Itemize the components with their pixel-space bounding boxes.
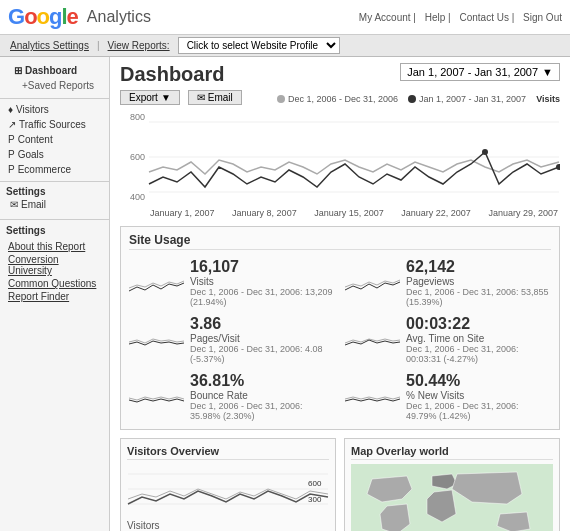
my-account-link[interactable]: My Account — [359, 12, 411, 23]
sidebar-dashboard-section: ⊞ Dashboard +Saved Reports — [0, 61, 109, 95]
analytics-logo-text: Analytics — [87, 8, 151, 26]
visitors-chart-svg: 600 300 — [127, 464, 329, 514]
metric-avg-time: 00:03:22 Avg. Time on Site Dec 1, 2006 -… — [345, 313, 551, 366]
ecommerce-icon: P — [8, 164, 15, 175]
sidebar-item-content[interactable]: P Content — [0, 132, 109, 147]
email-icon: ✉ — [10, 199, 18, 210]
nav-bar: Analytics Settings | View Reports: Click… — [0, 35, 570, 57]
metric-visits: 16,107 Visits Dec 1, 2006 - Dec 31, 2006… — [129, 256, 335, 309]
traffic-icon: ↗ — [8, 119, 16, 130]
sidebar-email[interactable]: ✉ Email — [6, 197, 103, 212]
sidebar-settings: Settings ✉ Email — [0, 181, 109, 216]
date-range-picker[interactable]: Jan 1, 2007 - Jan 31, 2007 ▼ — [400, 63, 560, 81]
site-usage-title: Site Usage — [129, 233, 551, 250]
signout-link[interactable]: Sign Out — [523, 12, 562, 23]
map-overlay-title: Map Overlay world — [351, 445, 553, 460]
world-map-svg — [351, 464, 553, 531]
page-title: Dashboard — [120, 63, 224, 86]
chart-legend: Dec 1, 2006 - Dec 31, 2006 Jan 1, 2007 -… — [277, 94, 560, 104]
google-logo: Google — [8, 4, 78, 30]
sidebar: ⊞ Dashboard +Saved Reports ♦ Visitors ↗ … — [0, 57, 110, 531]
metric-pages-visit: 3.86 Pages/Visit Dec 1, 2006 - Dec 31, 2… — [129, 313, 335, 366]
visitors-overview-title: Visitors Overview — [127, 445, 329, 460]
metric-pageviews: 62,142 Pageviews Dec 1, 2006 - Dec 31, 2… — [345, 256, 551, 309]
header-nav: My Account | Help | Contact Us | Sign Ou… — [353, 12, 562, 23]
visitors-icon: ♦ — [8, 104, 13, 115]
sidebar-item-visitors[interactable]: ♦ Visitors — [0, 102, 109, 117]
about-report-link[interactable]: About this Report — [0, 240, 109, 253]
metric-bounce-rate: 36.81% Bounce Rate Dec 1, 2006 - Dec 31,… — [129, 370, 335, 423]
header: Google Analytics My Account | Help | Con… — [0, 0, 570, 35]
action-row: Export ▼ ✉ Email — [120, 90, 242, 105]
dashboard-icon: ⊞ — [14, 65, 22, 76]
sidebar-item-traffic-sources[interactable]: ↗ Traffic Sources — [0, 117, 109, 132]
chart-area: 800 600 400 — [120, 112, 560, 208]
view-reports-link[interactable]: View Reports: — [104, 38, 174, 53]
sparkline-bounce — [129, 387, 184, 407]
sparkline-avg-time — [345, 330, 400, 350]
legend-prev: Dec 1, 2006 - Dec 31, 2006 — [277, 94, 398, 104]
site-usage-section: Site Usage 16,107 Visits Dec 1, 2006 - D… — [120, 226, 560, 430]
goals-icon: P — [8, 149, 15, 160]
metrics-grid: 16,107 Visits Dec 1, 2006 - Dec 31, 2006… — [129, 256, 551, 423]
visitors-overview-section: Visitors Overview 600 300 Visitors 10,18… — [120, 438, 336, 531]
logo: Google Analytics — [8, 4, 151, 30]
svg-point-4 — [556, 164, 560, 170]
visitors-label: Visitors — [127, 520, 329, 531]
settings-links: About this Report Conversion University … — [0, 238, 109, 305]
sidebar-item-ecommerce[interactable]: P Ecommerce — [0, 162, 109, 177]
sparkline-pageviews — [345, 273, 400, 293]
content-area: Dashboard Jan 1, 2007 - Jan 31, 2007 ▼ E… — [110, 57, 570, 531]
svg-text:600: 600 — [308, 479, 322, 488]
sidebar-item-goals[interactable]: P Goals — [0, 147, 109, 162]
sidebar-saved-reports[interactable]: +Saved Reports — [6, 78, 103, 93]
metric-new-visits: 50.44% % New Visits Dec 1, 2006 - Dec 31… — [345, 370, 551, 423]
conversion-link[interactable]: Conversion University — [0, 253, 109, 277]
export-button[interactable]: Export ▼ — [120, 90, 180, 105]
legend-prev-dot — [277, 95, 285, 103]
analytics-settings-link[interactable]: Analytics Settings — [6, 38, 93, 53]
sparkline-visits — [129, 273, 184, 293]
date-range-container: Jan 1, 2007 - Jan 31, 2007 ▼ — [400, 63, 560, 81]
legend-curr-dot — [408, 95, 416, 103]
dashboard-header: Dashboard Jan 1, 2007 - Jan 31, 2007 ▼ — [120, 63, 560, 86]
chart-dates: January 1, 2007 January 8, 2007 January … — [148, 208, 560, 218]
help-link[interactable]: Help — [425, 12, 446, 23]
main-chart-svg — [148, 112, 560, 202]
legend-curr: Jan 1, 2007 - Jan 31, 2007 — [408, 94, 526, 104]
bottom-sections-row1: Visitors Overview 600 300 Visitors 10,18… — [120, 438, 560, 531]
sparkline-new-visits — [345, 387, 400, 407]
y-axis: 800 600 400 — [120, 112, 148, 202]
sparkline-pages-visit — [129, 330, 184, 350]
email-icon-btn: ✉ — [197, 92, 205, 103]
map-overlay-section: Map Overlay world — [344, 438, 560, 531]
email-button[interactable]: ✉ Email — [188, 90, 242, 105]
svg-text:300: 300 — [308, 495, 322, 504]
profile-select[interactable]: Click to select Website Profile — [178, 37, 340, 54]
content-icon: P — [8, 134, 15, 145]
settings-section-title: Settings — [0, 223, 109, 238]
svg-point-3 — [482, 149, 488, 155]
export-chevron-icon: ▼ — [161, 92, 171, 103]
common-questions-link[interactable]: Common Questions — [0, 277, 109, 290]
main-layout: ⊞ Dashboard +Saved Reports ♦ Visitors ↗ … — [0, 57, 570, 531]
sidebar-item-dashboard[interactable]: ⊞ Dashboard — [6, 63, 103, 78]
report-finder-link[interactable]: Report Finder — [0, 290, 109, 303]
contact-link[interactable]: Contact Us — [459, 12, 508, 23]
